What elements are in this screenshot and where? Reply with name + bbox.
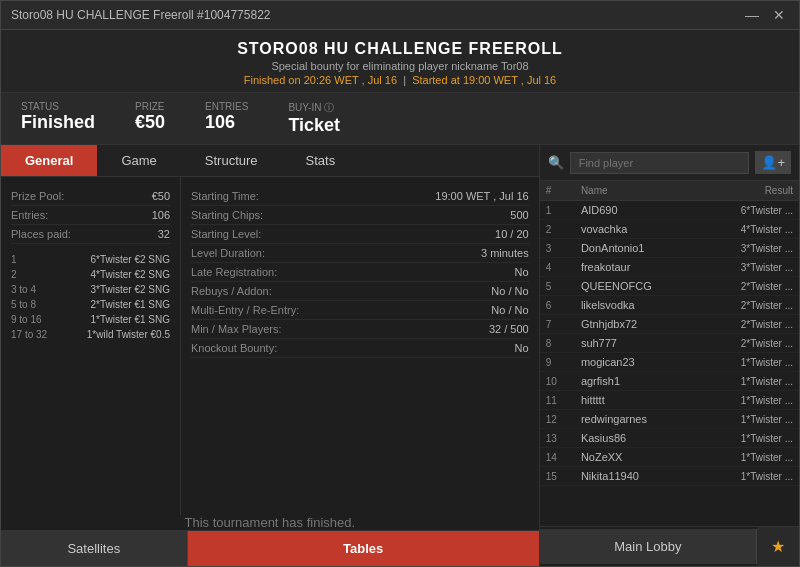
player-name: NoZeXX: [575, 448, 701, 467]
player-name: hittttt: [575, 391, 701, 410]
detail-value: 19:00 WET , Jul 16: [435, 190, 528, 202]
prize-pool-row: Prize Pool: €50: [11, 187, 170, 206]
window-title: Storo08 HU CHALLENGE Freeroll #100477582…: [11, 8, 270, 22]
player-name: QUEENOFCG: [575, 277, 701, 296]
started-time: 19:00 WET , Jul 16: [463, 74, 556, 86]
table-row[interactable]: 1 AID690 6*Twister ...: [540, 201, 799, 220]
detail-row: Rebuys / Addon:No / No: [191, 282, 529, 301]
detail-value: No / No: [491, 285, 528, 297]
player-table: # Name Result 1 AID690 6*Twister ... 2 v…: [540, 181, 799, 486]
tab-game[interactable]: Game: [97, 145, 180, 176]
main-content: General Game Structure Stats Prize Pool:…: [1, 145, 799, 566]
place-label: 9 to 16: [11, 314, 42, 325]
player-name: likelsvodka: [575, 296, 701, 315]
satellites-button[interactable]: Satellites: [1, 531, 188, 566]
detail-row: Multi-Entry / Re-Entry:No / No: [191, 301, 529, 320]
player-name: agrfish1: [575, 372, 701, 391]
details-panel: Starting Time:19:00 WET , Jul 16Starting…: [181, 177, 539, 515]
player-rank: 13: [540, 429, 575, 448]
minimize-button[interactable]: —: [741, 7, 763, 23]
player-result: 1*Twister ...: [701, 353, 799, 372]
player-name: Nikita11940: [575, 467, 701, 486]
player-result: 1*Twister ...: [701, 391, 799, 410]
finished-time: 20:26 WET , Jul 16: [304, 74, 397, 86]
entries-label: Entries:: [11, 209, 48, 221]
table-row[interactable]: 6 likelsvodka 2*Twister ...: [540, 296, 799, 315]
player-name: suh777: [575, 334, 701, 353]
player-rank: 6: [540, 296, 575, 315]
stat-status: Status Finished: [21, 101, 95, 136]
prize-place-row: 17 to 321*wild Twister €0.5: [11, 327, 170, 342]
stats-bar: Status Finished Prize €50 Entries 106 Bu…: [1, 93, 799, 145]
player-result: 3*Twister ...: [701, 239, 799, 258]
tab-general[interactable]: General: [1, 145, 97, 176]
window-controls: — ✕: [741, 7, 789, 23]
place-label: 5 to 8: [11, 299, 36, 310]
bottom-section: This tournament has finished. Satellites…: [1, 515, 539, 566]
detail-label: Knockout Bounty:: [191, 342, 277, 354]
close-button[interactable]: ✕: [769, 7, 789, 23]
table-row[interactable]: 11 hittttt 1*Twister ...: [540, 391, 799, 410]
detail-row: Starting Time:19:00 WET , Jul 16: [191, 187, 529, 206]
tournament-header: STORO08 HU CHALLENGE FREEROLL Special bo…: [1, 30, 799, 93]
table-row[interactable]: 4 freakotaur 3*Twister ...: [540, 258, 799, 277]
detail-label: Rebuys / Addon:: [191, 285, 272, 297]
entries-row: Entries: 106: [11, 206, 170, 225]
add-player-button[interactable]: 👤+: [755, 151, 791, 174]
tournament-title: STORO08 HU CHALLENGE FREEROLL: [1, 40, 799, 58]
player-result: 2*Twister ...: [701, 296, 799, 315]
table-row[interactable]: 12 redwingarnes 1*Twister ...: [540, 410, 799, 429]
prize-place-row: 24*Twister €2 SNG: [11, 267, 170, 282]
detail-row: Min / Max Players:32 / 500: [191, 320, 529, 339]
player-rank: 1: [540, 201, 575, 220]
table-row[interactable]: 5 QUEENOFCG 2*Twister ...: [540, 277, 799, 296]
places-paid-label: Places paid:: [11, 228, 71, 240]
status-value: Finished: [21, 112, 95, 133]
prize-label: Prize: [135, 101, 165, 112]
tab-structure[interactable]: Structure: [181, 145, 282, 176]
detail-label: Level Duration:: [191, 247, 265, 259]
table-row[interactable]: 15 Nikita11940 1*Twister ...: [540, 467, 799, 486]
main-window: Storo08 HU CHALLENGE Freeroll #100477582…: [0, 0, 800, 567]
player-result: 2*Twister ...: [701, 315, 799, 334]
table-header-row: # Name Result: [540, 181, 799, 201]
player-name: Gtnhjdbx72: [575, 315, 701, 334]
player-name: freakotaur: [575, 258, 701, 277]
table-row[interactable]: 14 NoZeXX 1*Twister ...: [540, 448, 799, 467]
search-icon: 🔍: [548, 155, 564, 170]
player-result: 1*Twister ...: [701, 467, 799, 486]
table-row[interactable]: 8 suh777 2*Twister ...: [540, 334, 799, 353]
place-label: 2: [11, 269, 17, 280]
main-lobby-button[interactable]: Main Lobby: [540, 529, 757, 564]
tournament-subtitle: Special bounty for eliminating player ni…: [1, 60, 799, 72]
table-row[interactable]: 13 Kasius86 1*Twister ...: [540, 429, 799, 448]
tables-button[interactable]: Tables: [188, 531, 539, 566]
detail-label: Late Registration:: [191, 266, 277, 278]
bottom-buttons: Satellites Tables: [1, 530, 539, 566]
player-rank: 15: [540, 467, 575, 486]
table-row[interactable]: 7 Gtnhjdbx72 2*Twister ...: [540, 315, 799, 334]
info-icon: ⓘ: [324, 102, 334, 113]
search-input[interactable]: [570, 152, 750, 174]
table-row[interactable]: 2 vovachka 4*Twister ...: [540, 220, 799, 239]
player-name: redwingarnes: [575, 410, 701, 429]
detail-row: Knockout Bounty:No: [191, 339, 529, 358]
prize-place-row: 5 to 82*Twister €1 SNG: [11, 297, 170, 312]
detail-label: Multi-Entry / Re-Entry:: [191, 304, 299, 316]
player-result: 1*Twister ...: [701, 429, 799, 448]
tournament-time: Finished on 20:26 WET , Jul 16 | Started…: [1, 74, 799, 86]
started-label: Started at: [412, 74, 460, 86]
table-row[interactable]: 3 DonAntonio1 3*Twister ...: [540, 239, 799, 258]
places-paid-value: 32: [158, 228, 170, 240]
player-name: DonAntonio1: [575, 239, 701, 258]
player-rank: 14: [540, 448, 575, 467]
player-result: 1*Twister ...: [701, 372, 799, 391]
tab-stats[interactable]: Stats: [282, 145, 360, 176]
player-result: 2*Twister ...: [701, 334, 799, 353]
table-row[interactable]: 9 mogican23 1*Twister ...: [540, 353, 799, 372]
table-row[interactable]: 10 agrfish1 1*Twister ...: [540, 372, 799, 391]
player-list: # Name Result 1 AID690 6*Twister ... 2 v…: [540, 181, 799, 526]
favorite-button[interactable]: ★: [757, 527, 799, 566]
place-prize: 6*Twister €2 SNG: [91, 254, 170, 265]
stat-prize: Prize €50: [135, 101, 165, 136]
